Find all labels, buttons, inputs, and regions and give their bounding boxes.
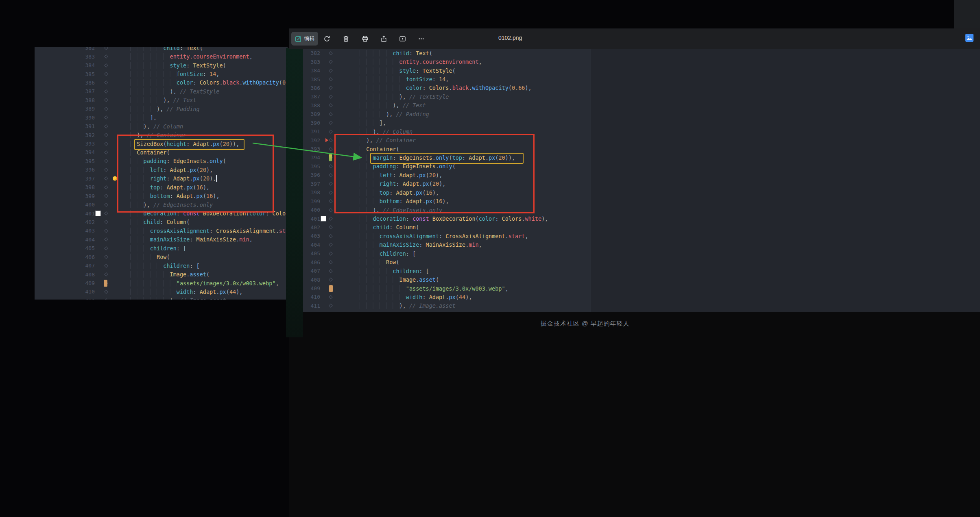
code-text[interactable]: style: TextStyle( xyxy=(130,62,226,69)
more-button[interactable] xyxy=(414,32,428,45)
editor-gutter[interactable] xyxy=(95,130,130,139)
code-line[interactable]: 389 ), // Padding xyxy=(35,104,288,113)
code-text[interactable]: crossAxisAlignment: CrossAxisAlignment.s… xyxy=(130,228,288,234)
editor-gutter[interactable] xyxy=(95,279,130,287)
code-line[interactable]: 384 style: TextStyle( xyxy=(35,61,288,70)
editor-gutter[interactable] xyxy=(95,165,130,174)
editor-gutter[interactable] xyxy=(95,226,130,235)
fold-marker-icon[interactable] xyxy=(104,133,108,137)
edit-button[interactable]: 编辑 xyxy=(291,32,318,46)
fold-marker-icon[interactable] xyxy=(104,185,108,189)
fold-marker-icon[interactable] xyxy=(104,220,108,224)
line-number[interactable]: 384 xyxy=(35,62,95,68)
code-text[interactable]: padding: EdgeInsets.only( xyxy=(130,158,226,164)
editor-gutter[interactable] xyxy=(95,61,130,70)
editor-gutter[interactable] xyxy=(95,287,130,296)
line-number[interactable]: 411 xyxy=(35,298,95,300)
editor-gutter[interactable] xyxy=(95,47,130,52)
code-text[interactable]: child: Column( xyxy=(130,219,190,225)
code-line[interactable]: 390 ], xyxy=(35,113,288,122)
editor-gutter[interactable] xyxy=(95,139,130,148)
print-button[interactable] xyxy=(358,32,372,45)
fold-marker-icon[interactable] xyxy=(104,255,108,259)
code-line[interactable]: 386 color: Colors.black.withOpacity(0.66… xyxy=(35,78,288,87)
line-number[interactable]: 388 xyxy=(35,97,95,103)
line-number[interactable]: 405 xyxy=(35,245,95,251)
code-line[interactable]: 391 ), // Column xyxy=(35,122,288,130)
line-number[interactable]: 387 xyxy=(35,88,95,94)
editor-gutter[interactable] xyxy=(95,183,130,191)
line-number[interactable]: 390 xyxy=(35,115,95,121)
code-line[interactable]: 394 Container( xyxy=(35,148,288,156)
editor-gutter[interactable] xyxy=(95,209,130,217)
intention-bulb-icon[interactable] xyxy=(113,176,117,181)
line-number[interactable]: 406 xyxy=(35,254,95,260)
fold-marker-icon[interactable] xyxy=(104,63,108,67)
editor-gutter[interactable] xyxy=(95,270,130,278)
line-number[interactable]: 392 xyxy=(35,132,95,138)
fold-marker-icon[interactable] xyxy=(104,142,108,146)
code-text[interactable]: right: Adapt.px(20), xyxy=(130,175,217,182)
line-number[interactable]: 409 xyxy=(35,280,95,286)
code-line[interactable]: 388 ), // Text xyxy=(35,96,288,104)
code-text[interactable]: Row( xyxy=(130,254,170,260)
code-line[interactable]: 401 decoration: const BoxDecoration(colo… xyxy=(35,209,288,217)
rotate-button[interactable] xyxy=(320,32,334,45)
code-line[interactable]: 396 left: Adapt.px(20), xyxy=(35,165,288,174)
fold-marker-icon[interactable] xyxy=(104,272,108,276)
editor-gutter[interactable] xyxy=(95,113,130,122)
fold-marker-icon[interactable] xyxy=(104,168,108,172)
code-text[interactable]: color: Colors.black.withOpacity(0.66), xyxy=(130,79,288,86)
line-number[interactable]: 395 xyxy=(35,158,95,164)
fold-marker-icon[interactable] xyxy=(104,150,108,154)
fold-marker-icon[interactable] xyxy=(104,211,108,215)
fold-marker-icon[interactable] xyxy=(104,98,108,102)
fold-marker-icon[interactable] xyxy=(104,246,108,250)
code-line[interactable]: 395 padding: EdgeInsets.only( xyxy=(35,157,288,165)
code-text[interactable]: Image.asset( xyxy=(130,271,210,278)
code-line[interactable]: 409 "assets/images/3.0x/w003.webp", xyxy=(35,279,288,287)
fold-marker-icon[interactable] xyxy=(104,237,108,241)
line-number[interactable]: 410 xyxy=(35,289,95,295)
fold-marker-icon[interactable] xyxy=(104,229,108,233)
fold-marker-icon[interactable] xyxy=(104,194,108,198)
editor-gutter[interactable] xyxy=(95,191,130,200)
line-number[interactable]: 402 xyxy=(35,219,95,225)
editor-gutter[interactable] xyxy=(95,52,130,61)
share-button[interactable] xyxy=(377,32,391,45)
fold-marker-icon[interactable] xyxy=(104,264,108,268)
line-number[interactable]: 391 xyxy=(35,123,95,129)
code-line[interactable]: 405 children: [ xyxy=(35,244,288,252)
editor-gutter[interactable] xyxy=(95,157,130,165)
code-line[interactable]: 392 ), // Container xyxy=(35,130,288,139)
code-text[interactable]: "assets/images/3.0x/w003.webp", xyxy=(130,280,279,287)
color-preview-swatch[interactable] xyxy=(96,211,100,216)
editor-gutter[interactable] xyxy=(95,87,130,96)
code-text[interactable]: top: Adapt.px(16), xyxy=(130,184,210,191)
code-text[interactable]: ), // Image.asset xyxy=(130,297,226,300)
line-number[interactable]: 400 xyxy=(35,202,95,208)
code-line[interactable]: 399 bottom: Adapt.px(16), xyxy=(35,191,288,200)
code-text[interactable]: ), // TextStyle xyxy=(130,88,219,95)
fold-marker-icon[interactable] xyxy=(104,72,108,76)
code-text[interactable]: left: Adapt.px(20), xyxy=(130,167,213,173)
code-line[interactable]: 397 right: Adapt.px(20), xyxy=(35,174,288,183)
code-line[interactable]: 407 children: [ xyxy=(35,261,288,270)
editor-gutter[interactable] xyxy=(95,218,130,226)
line-number[interactable]: 399 xyxy=(35,193,95,199)
editor-gutter[interactable] xyxy=(95,253,130,261)
code-text[interactable]: Container( xyxy=(130,149,170,156)
slideshow-button[interactable] xyxy=(395,32,409,45)
code-text[interactable]: ), // Column xyxy=(130,123,183,130)
code-line[interactable]: 406 Row( xyxy=(35,253,288,261)
code-line[interactable]: 398 top: Adapt.px(16), xyxy=(35,183,288,191)
code-line[interactable]: 383 entity.courseEnvironment, xyxy=(35,52,288,61)
code-line[interactable]: 408 Image.asset( xyxy=(35,270,288,278)
code-text[interactable]: ), // Padding xyxy=(130,106,200,112)
editor-gutter[interactable] xyxy=(95,70,130,78)
line-number[interactable]: 394 xyxy=(35,149,95,155)
editor-gutter[interactable] xyxy=(95,122,130,130)
code-line[interactable]: 403 crossAxisAlignment: CrossAxisAlignme… xyxy=(35,226,288,235)
code-text[interactable]: width: Adapt.px(44), xyxy=(130,289,242,295)
fold-marker-icon[interactable] xyxy=(104,54,108,59)
